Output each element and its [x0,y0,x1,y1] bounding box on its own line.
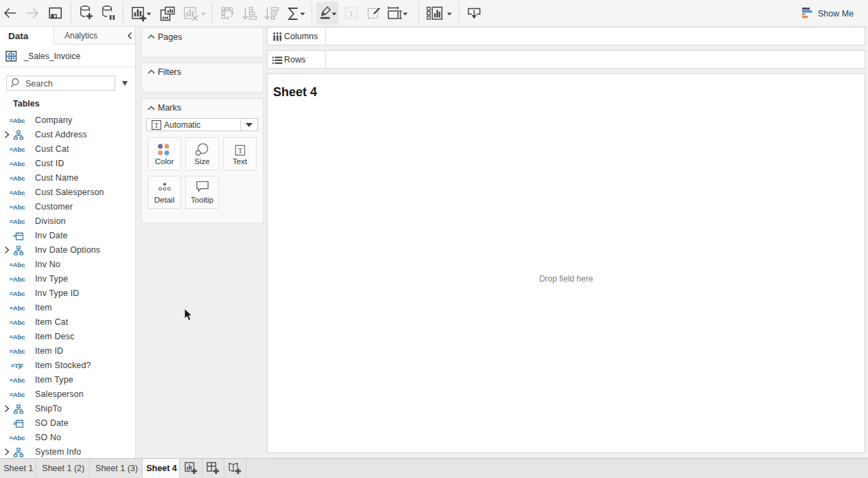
svg-text:T: T [237,146,242,155]
svg-text:T: T [154,122,159,129]
svg-text:T: T [349,9,354,19]
